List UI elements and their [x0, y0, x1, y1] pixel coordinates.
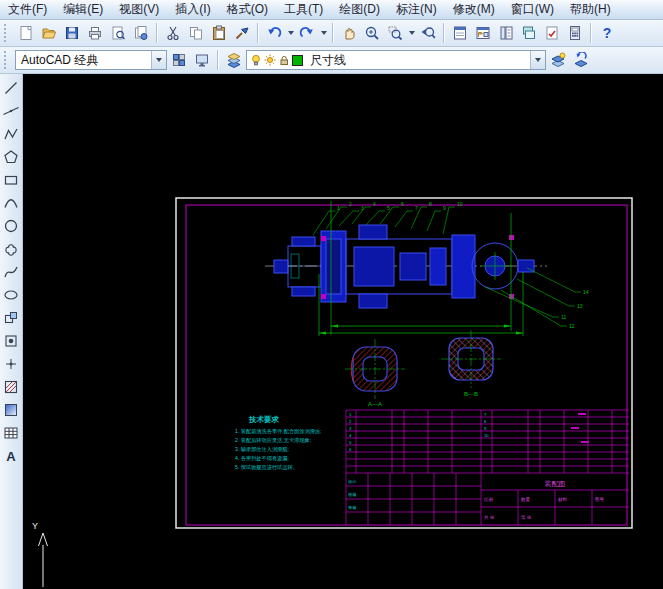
menu-window[interactable]: 窗口(W): [503, 0, 562, 20]
menu-format[interactable]: 格式(O): [219, 0, 276, 20]
rectangle-button[interactable]: [1, 170, 21, 190]
menu-insert[interactable]: 插入(I): [167, 0, 218, 20]
new-button[interactable]: [15, 22, 37, 44]
gradient-button[interactable]: [1, 400, 21, 420]
calculator-icon: [567, 25, 583, 41]
polyline-icon: [3, 126, 19, 142]
publish-button[interactable]: [130, 22, 152, 44]
menu-view[interactable]: 视图(V): [111, 0, 167, 20]
layer-manager-button[interactable]: [547, 49, 569, 71]
zoom-window-dropdown[interactable]: [407, 22, 416, 44]
pan-hand-icon: [341, 25, 357, 41]
hatch-button[interactable]: [1, 377, 21, 397]
designcenter-button[interactable]: [472, 22, 494, 44]
point-button[interactable]: [1, 354, 21, 374]
callout-label: 8: [429, 201, 432, 207]
undo-dropdown[interactable]: [286, 22, 295, 44]
titleblock-label: 第 张: [521, 515, 532, 520]
bom-row-no: 9: [484, 426, 487, 431]
plot-preview-button[interactable]: [107, 22, 129, 44]
tool-palettes-icon: [498, 25, 514, 41]
match-properties-button[interactable]: [231, 22, 253, 44]
insert-block-button[interactable]: [1, 308, 21, 328]
table-button[interactable]: [1, 423, 21, 443]
tech-requirements-title: 技术要求: [248, 415, 280, 424]
rectangle-icon: [3, 172, 19, 188]
arc-button[interactable]: [1, 193, 21, 213]
redo-dropdown[interactable]: [319, 22, 328, 44]
menu-modify[interactable]: 修改(M): [445, 0, 503, 20]
layer-color-swatch: [292, 55, 303, 66]
tool-palettes-button[interactable]: [495, 22, 517, 44]
gradient-icon: [3, 402, 19, 418]
spline-button[interactable]: [1, 262, 21, 282]
cut-button[interactable]: [162, 22, 184, 44]
drawing-canvas[interactable]: 1 2 3 4 5 6 7 8 9 10 11 12 13 14: [23, 74, 663, 589]
toolbar-grip[interactable]: [4, 51, 10, 69]
zoom-window-icon: [387, 25, 403, 41]
callout-label: 10: [457, 201, 463, 207]
callout-label: 3: [361, 205, 364, 211]
tech-requirement-line: 3. 轴承部位注入润滑脂;: [235, 446, 289, 453]
paste-button[interactable]: [208, 22, 230, 44]
tech-requirement-line: 4. 各密封处不得有渗漏;: [235, 455, 289, 462]
plot-button[interactable]: [84, 22, 106, 44]
redo-button[interactable]: [296, 22, 318, 44]
menu-dimension[interactable]: 标注(N): [388, 0, 445, 20]
construction-line-button[interactable]: [1, 101, 21, 121]
bom-row-no: 3: [349, 426, 352, 431]
undo-button[interactable]: [263, 22, 285, 44]
line-button[interactable]: [1, 78, 21, 98]
ucs-icon: Y: [32, 521, 48, 587]
layer-manager-icon: [550, 52, 566, 68]
sheet-set-manager-button[interactable]: [518, 22, 540, 44]
layer-combo-arrow[interactable]: [530, 51, 545, 69]
layer-previous-icon: [573, 52, 589, 68]
zoom-previous-button[interactable]: [417, 22, 439, 44]
mtext-button[interactable]: A: [1, 446, 21, 466]
callout-label: 7: [415, 205, 418, 211]
revcloud-button[interactable]: [1, 239, 21, 259]
layer-previous-button[interactable]: [570, 49, 592, 71]
copy-icon: [188, 25, 204, 41]
ellipse-button[interactable]: [1, 285, 21, 305]
save-button[interactable]: [61, 22, 83, 44]
zoom-window-button[interactable]: [384, 22, 406, 44]
help-button[interactable]: ?: [596, 22, 618, 44]
callout-label: 5: [387, 205, 390, 211]
menu-help[interactable]: 帮助(H): [562, 0, 619, 20]
workspace-settings-button[interactable]: [168, 49, 190, 71]
polygon-button[interactable]: [1, 147, 21, 167]
circle-button[interactable]: [1, 216, 21, 236]
toolbar-separator: [217, 50, 219, 70]
quickcalc-button[interactable]: [564, 22, 586, 44]
markup-icon: [544, 25, 560, 41]
zoom-realtime-button[interactable]: [361, 22, 383, 44]
layer-combo[interactable]: 尺寸线: [246, 50, 546, 70]
workspace-combo-arrow[interactable]: [151, 51, 166, 69]
callout-label: 4: [373, 201, 376, 207]
copy-button[interactable]: [185, 22, 207, 44]
markup-set-manager-button[interactable]: [541, 22, 563, 44]
display-button[interactable]: [191, 49, 213, 71]
properties-button[interactable]: [449, 22, 471, 44]
pan-button[interactable]: [338, 22, 360, 44]
layers-stack-icon: [226, 52, 242, 68]
make-block-button[interactable]: [1, 331, 21, 351]
callout-leaders: [313, 207, 581, 326]
menu-file[interactable]: 文件(F): [0, 0, 55, 20]
menubar: 文件(F) 编辑(E) 视图(V) 插入(I) 格式(O) 工具(T) 绘图(D…: [0, 0, 663, 20]
layer-name: 尺寸线: [305, 52, 351, 69]
toolbar-separator: [590, 23, 592, 43]
toolbar-grip[interactable]: [4, 24, 10, 42]
open-button[interactable]: [38, 22, 60, 44]
layer-properties-button[interactable]: [223, 49, 245, 71]
polyline-button[interactable]: [1, 124, 21, 144]
toolbar-separator: [257, 23, 259, 43]
menu-draw[interactable]: 绘图(D): [331, 0, 388, 20]
menu-tools[interactable]: 工具(T): [276, 0, 331, 20]
titleblock-label: 校核: [348, 492, 357, 497]
workspace-combo[interactable]: AutoCAD 经典: [15, 50, 167, 70]
point-icon: [3, 356, 19, 372]
menu-edit[interactable]: 编辑(E): [55, 0, 111, 20]
